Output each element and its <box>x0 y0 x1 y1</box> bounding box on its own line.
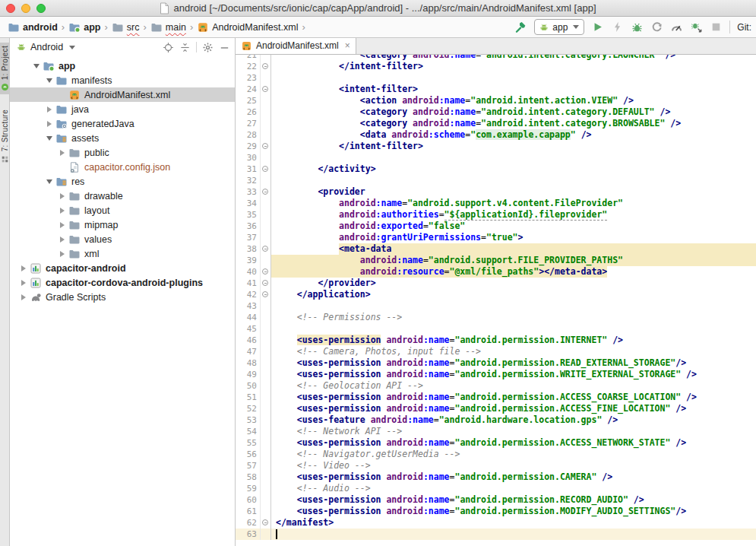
code-line-43[interactable]: 43 <box>236 300 756 312</box>
code-line-content[interactable]: <uses-permission android:name="android.p… <box>271 392 756 403</box>
locate-file-icon[interactable] <box>163 42 174 53</box>
line-number[interactable]: 62 <box>236 517 261 529</box>
code-line-content[interactable] <box>271 152 756 163</box>
code-line-content[interactable]: <!-- Permissions --> <box>271 312 756 323</box>
line-number[interactable]: 50 <box>236 380 261 392</box>
code-line-content[interactable]: <meta-data <box>271 243 756 255</box>
code-line-41[interactable]: 41 </provider> <box>236 278 756 289</box>
code-line-content[interactable]: <uses-permission android:name="android.p… <box>271 437 756 449</box>
tree-item-gradle-scripts[interactable]: Gradle Scripts <box>10 290 235 304</box>
line-number[interactable]: 46 <box>236 335 261 346</box>
line-number[interactable]: 29 <box>236 141 261 152</box>
code-line-content[interactable]: <intent-filter> <box>271 84 756 95</box>
code-line-28[interactable]: 28 <data android:scheme="com.example.cap… <box>236 129 756 141</box>
chevron-expanded-icon[interactable] <box>32 62 41 71</box>
chevron-expanded-icon[interactable] <box>45 177 54 186</box>
line-number[interactable]: 28 <box>236 129 261 141</box>
fold-end-icon[interactable] <box>262 268 268 275</box>
line-number[interactable]: 57 <box>236 460 261 471</box>
chevron-collapsed-icon[interactable] <box>58 249 67 259</box>
chevron-collapsed-icon[interactable] <box>19 293 28 302</box>
line-number[interactable]: 21 <box>236 55 261 61</box>
line-number[interactable]: 35 <box>236 209 261 221</box>
tree-item-assets[interactable]: assets <box>10 131 235 145</box>
tree-item-capacitor-config-json[interactable]: capacitor.config.json <box>10 160 235 174</box>
code-line-content[interactable]: <!-- Navigator.getUserMedia --> <box>271 449 756 460</box>
code-line-content[interactable]: </intent-filter> <box>271 141 756 152</box>
tree-item-capacitor-cordova-android-plugins[interactable]: capacitor-cordova-android-plugins <box>10 275 235 290</box>
close-tab-icon[interactable]: × <box>345 41 350 50</box>
line-number[interactable]: 42 <box>236 289 261 300</box>
git-label[interactable]: Git: <box>737 22 751 33</box>
line-number[interactable]: 43 <box>236 300 261 312</box>
tab-androidmanifest-xml[interactable]: AndroidManifest.xml × <box>236 38 356 54</box>
line-number[interactable]: 33 <box>236 186 261 198</box>
code-line-25[interactable]: 25 <action android:name="android.intent.… <box>236 95 756 106</box>
line-number[interactable]: 53 <box>236 414 261 426</box>
chevron-collapsed-icon[interactable] <box>45 105 54 114</box>
profiler-icon[interactable] <box>670 21 683 33</box>
code-line-content[interactable]: </provider> <box>271 278 756 289</box>
code-line-content[interactable]: <uses-permission android:name="android.p… <box>271 471 756 483</box>
line-number[interactable]: 44 <box>236 312 261 323</box>
line-number[interactable]: 40 <box>236 266 261 278</box>
build-hammer-icon[interactable] <box>514 21 527 33</box>
code-line-content[interactable]: <uses-permission android:name="android.p… <box>271 403 756 414</box>
code-line-35[interactable]: 35 android:authorities="${applicationId}… <box>236 209 756 221</box>
code-line-31[interactable]: 31 </activity> <box>236 163 756 175</box>
line-number[interactable]: 34 <box>236 198 261 209</box>
line-number[interactable]: 60 <box>236 494 261 506</box>
code-line-content[interactable]: </application> <box>271 289 756 300</box>
code-line-52[interactable]: 52 <uses-permission android:name="androi… <box>236 403 756 414</box>
code-line-content[interactable]: <uses-permission android:name="android.p… <box>271 369 756 380</box>
code-line-content[interactable]: <!-- Video --> <box>271 460 756 471</box>
code-line-61[interactable]: 61 <uses-permission android:name="androi… <box>236 506 756 517</box>
code-line-content[interactable]: <uses-permission android:name="android.p… <box>271 335 756 346</box>
code-line-27[interactable]: 27 <category android:name="android.inten… <box>236 118 756 129</box>
tree-item-res[interactable]: res <box>10 174 235 189</box>
fold-end-icon[interactable] <box>262 280 268 286</box>
line-number[interactable]: 47 <box>236 346 261 357</box>
line-number[interactable]: 25 <box>236 95 261 106</box>
code-line-53[interactable]: 53 <uses-feature android:name="android.h… <box>236 414 756 426</box>
tree-item-public[interactable]: public <box>10 145 235 160</box>
run-button-icon[interactable] <box>591 21 604 33</box>
chevron-collapsed-icon[interactable] <box>58 235 67 244</box>
fold-end-icon[interactable] <box>262 166 268 172</box>
code-line-content[interactable] <box>271 300 756 312</box>
line-number[interactable]: 30 <box>236 152 261 163</box>
run-with-coverage-icon[interactable] <box>650 21 663 33</box>
code-line-content[interactable]: <category android:name="android.intent.c… <box>271 106 756 118</box>
code-line-58[interactable]: 58 <uses-permission android:name="androi… <box>236 471 756 483</box>
line-number[interactable]: 61 <box>236 506 261 517</box>
code-line-45[interactable]: 45 <box>236 323 756 335</box>
line-number[interactable]: 51 <box>236 392 261 403</box>
code-line-47[interactable]: 47 <!-- Camera, Photos, input file --> <box>236 346 756 357</box>
line-number[interactable]: 55 <box>236 437 261 449</box>
hide-panel-icon[interactable] <box>219 42 230 53</box>
code-line-content[interactable] <box>271 323 756 335</box>
code-line-42[interactable]: 42 </application> <box>236 289 756 300</box>
code-line-50[interactable]: 50 <!-- Geolocation API --> <box>236 380 756 392</box>
fold-end-icon[interactable] <box>262 291 268 297</box>
code-line-content[interactable] <box>271 72 756 84</box>
tree-item-java[interactable]: java <box>10 102 235 116</box>
code-line-content[interactable]: android:authorities="${applicationId}.fi… <box>271 209 756 221</box>
chevron-collapsed-icon[interactable] <box>45 119 54 129</box>
code-line-21[interactable]: 21 <category android:name="android.inten… <box>236 55 756 61</box>
code-line-content[interactable]: <category android:name="android.intent.c… <box>271 55 756 61</box>
chevron-collapsed-icon[interactable] <box>58 206 67 215</box>
code-line-content[interactable]: <action android:name="android.intent.act… <box>271 95 756 106</box>
minimize-window-button[interactable] <box>21 4 30 13</box>
apply-changes-icon[interactable] <box>611 21 624 33</box>
code-line-49[interactable]: 49 <uses-permission android:name="androi… <box>236 369 756 380</box>
breadcrumb-item-app[interactable]: app <box>67 21 102 34</box>
line-number[interactable]: 22 <box>236 61 261 72</box>
code-editor[interactable]: 21 <category android:name="android.inten… <box>236 55 756 546</box>
code-line-30[interactable]: 30 <box>236 152 756 163</box>
line-number[interactable]: 32 <box>236 175 261 186</box>
code-line-63[interactable]: 63 <box>236 529 756 540</box>
code-line-content[interactable]: </activity> <box>271 163 756 175</box>
code-line-content[interactable]: android:grantUriPermissions="true"> <box>271 232 756 243</box>
fold-end-icon[interactable] <box>262 143 268 149</box>
